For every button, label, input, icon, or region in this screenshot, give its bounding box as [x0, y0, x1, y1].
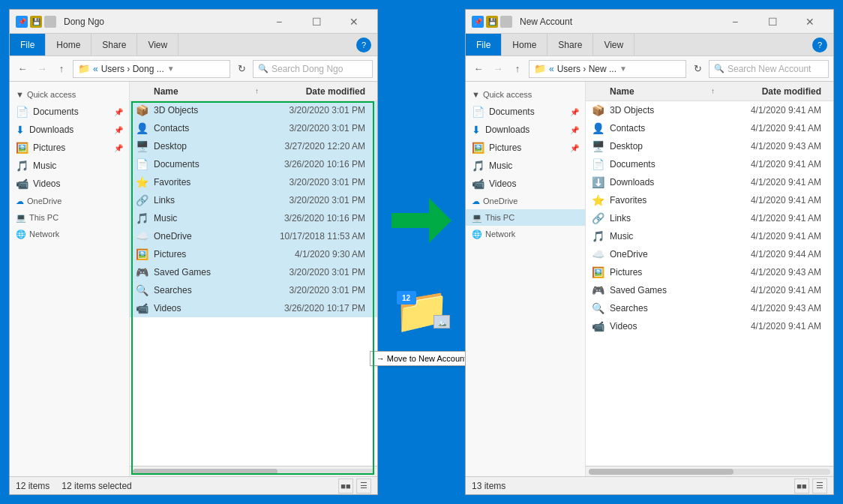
right-file-row[interactable]: ⭐Favorites4/1/2020 9:41 AM	[586, 191, 833, 209]
right-file-row[interactable]: 📦3D Objects4/1/2020 9:41 AM	[586, 101, 833, 119]
right-scroll-track[interactable]	[589, 469, 830, 475]
left-forward-button[interactable]: →	[34, 61, 50, 77]
right-sidebar-network[interactable]: 🌐 Network	[466, 226, 585, 242]
left-sidebar-onedrive[interactable]: ☁ OneDrive	[10, 193, 129, 209]
left-file-row[interactable]: ☁️OneDrive10/17/2018 11:53 AM	[130, 227, 377, 245]
left-close-button[interactable]: ✕	[337, 11, 371, 32]
left-up-button[interactable]: ↑	[53, 61, 70, 77]
left-file-row[interactable]: 📹Videos3/26/2020 10:17 PM	[130, 299, 377, 317]
right-sidebar-item-pictures[interactable]: 🖼️ Pictures 📌	[466, 139, 585, 157]
left-sidebar-thispc[interactable]: 💻 This PC	[10, 209, 129, 226]
left-file-row[interactable]: 🎮Saved Games3/20/2020 3:01 PM	[130, 263, 377, 281]
left-refresh-button[interactable]: ↻	[233, 61, 250, 77]
right-file-row[interactable]: 🎵Music4/1/2020 9:41 AM	[586, 227, 833, 245]
right-sidebar-item-videos[interactable]: 📹 Videos	[466, 175, 585, 193]
left-scroll-thumb[interactable]	[133, 469, 278, 475]
left-detail-view-btn[interactable]: ☰	[356, 478, 371, 494]
file-date: 4/1/2020 9:30 AM	[259, 249, 371, 260]
left-list-view-btn[interactable]: ■■	[338, 478, 353, 494]
right-close-button[interactable]: ✕	[793, 11, 827, 32]
right-file-row[interactable]: 🔗Links4/1/2020 9:41 AM	[586, 209, 833, 227]
left-file-row[interactable]: 🎵Music3/26/2020 10:16 PM	[130, 209, 377, 227]
right-sidebar-header-quickaccess[interactable]: ▼ Quick access	[466, 86, 585, 103]
left-scroll-area[interactable]	[130, 466, 377, 476]
right-sidebar-thispc[interactable]: 💻 This PC	[466, 209, 585, 226]
right-file-row[interactable]: 👤Contacts4/1/2020 9:41 AM	[586, 119, 833, 137]
left-search-box[interactable]: 🔍 Search Dong Ngo	[253, 60, 373, 78]
right-minimize-button[interactable]: −	[718, 11, 752, 32]
sidebar-documents-label: Documents	[33, 106, 79, 117]
right-address-field[interactable]: 📁 « Users › New ... ▼	[529, 60, 686, 78]
right-file-row[interactable]: 📄Documents4/1/2020 9:41 AM	[586, 155, 833, 173]
right-file-row[interactable]: 🎮Saved Games4/1/2020 9:41 AM	[586, 281, 833, 299]
right-tab-view[interactable]: View	[593, 34, 634, 56]
file-icon: 📄	[136, 158, 149, 170]
file-date: 3/20/2020 3:01 PM	[259, 123, 371, 134]
right-file-row[interactable]: ☁️OneDrive4/1/2020 9:44 AM	[586, 245, 833, 263]
left-tab-view[interactable]: View	[137, 34, 178, 56]
quick-access-label: Quick access	[27, 90, 76, 99]
sidebar-item-pictures[interactable]: 🖼️ Pictures 📌	[10, 139, 129, 157]
right-help-button[interactable]: ?	[812, 38, 827, 52]
right-scroll-thumb[interactable]	[589, 469, 734, 475]
right-sidebar-item-documents[interactable]: 📄 Documents 📌	[466, 103, 585, 121]
right-scroll-area[interactable]	[586, 466, 833, 476]
left-help-button[interactable]: ?	[356, 38, 371, 52]
file-icon: 🎮	[592, 284, 605, 296]
right-up-button[interactable]: ↑	[509, 61, 526, 77]
right-forward-button[interactable]: →	[490, 61, 506, 77]
left-file-row[interactable]: 👤Contacts3/20/2020 3:01 PM	[130, 119, 377, 137]
right-file-row[interactable]: 🖥️Desktop4/1/2020 9:43 AM	[586, 137, 833, 155]
left-tab-file[interactable]: File	[10, 34, 46, 56]
right-sidebar-onedrive[interactable]: ☁ OneDrive	[466, 193, 585, 209]
file-date: 4/1/2020 9:41 AM	[715, 231, 827, 242]
left-main-area: ▼ Quick access 📄 Documents 📌 ⬇ Downloads…	[10, 82, 377, 476]
file-name: Saved Games	[610, 285, 715, 296]
right-file-row[interactable]: 🖼️Pictures4/1/2020 9:43 AM	[586, 263, 833, 281]
left-file-row[interactable]: 🔗Links3/20/2020 3:01 PM	[130, 191, 377, 209]
right-file-row[interactable]: ⬇️Downloads4/1/2020 9:41 AM	[586, 173, 833, 191]
right-tab-file[interactable]: File	[466, 34, 502, 56]
right-maximize-button[interactable]: ☐	[755, 11, 790, 32]
sidebar-item-music[interactable]: 🎵 Music	[10, 157, 129, 175]
right-file-row[interactable]: 📹Videos4/1/2020 9:41 AM	[586, 317, 833, 335]
left-file-row[interactable]: 📦3D Objects3/20/2020 3:01 PM	[130, 101, 377, 119]
file-name: Downloads	[610, 177, 715, 188]
left-sidebar-network[interactable]: 🌐 Network	[10, 226, 129, 242]
right-tab-home[interactable]: Home	[502, 34, 548, 56]
right-refresh-button[interactable]: ↻	[689, 61, 706, 77]
sidebar-item-downloads[interactable]: ⬇ Downloads 📌	[10, 121, 129, 139]
right-back-button[interactable]: ←	[470, 61, 487, 77]
left-address-field[interactable]: 📁 « Users › Dong ... ▼	[73, 60, 230, 78]
sidebar-item-videos[interactable]: 📹 Videos	[10, 175, 129, 193]
file-name: Videos	[154, 303, 259, 314]
left-file-row[interactable]: ⭐Favorites3/20/2020 3:01 PM	[130, 173, 377, 191]
left-file-row[interactable]: 🔍Searches3/20/2020 3:01 PM	[130, 281, 377, 299]
sidebar-item-documents[interactable]: 📄 Documents 📌	[10, 103, 129, 121]
left-scroll-track[interactable]	[133, 469, 374, 475]
right-file-row[interactable]: 🔍Searches4/1/2020 9:43 AM	[586, 299, 833, 317]
left-file-row[interactable]: 📄Documents3/26/2020 10:16 PM	[130, 155, 377, 173]
right-search-box[interactable]: 🔍 Search New Account	[709, 60, 829, 78]
left-file-row[interactable]: 🖥️Desktop3/27/2020 12:20 AM	[130, 137, 377, 155]
right-tab-share[interactable]: Share	[548, 34, 593, 56]
right-sidebar-item-music[interactable]: 🎵 Music	[466, 157, 585, 175]
left-sidebar-header-quickaccess[interactable]: ▼ Quick access	[10, 86, 129, 103]
left-file-row[interactable]: 🖼️Pictures4/1/2020 9:30 AM	[130, 245, 377, 263]
file-name: Favorites	[154, 177, 259, 188]
left-tab-share[interactable]: Share	[92, 34, 137, 56]
file-name: Music	[610, 231, 715, 242]
right-sidebar-item-downloads[interactable]: ⬇ Downloads 📌	[466, 121, 585, 139]
right-detail-view-btn[interactable]: ☰	[812, 478, 827, 494]
file-date: 4/1/2020 9:41 AM	[715, 195, 827, 206]
file-icon: ⭐	[136, 176, 149, 188]
right-list-view-btn[interactable]: ■■	[794, 478, 809, 494]
pin-icon-pic: 📌	[114, 144, 123, 152]
left-maximize-button[interactable]: ☐	[299, 11, 334, 32]
left-back-button[interactable]: ←	[14, 61, 31, 77]
left-tab-home[interactable]: Home	[46, 34, 92, 56]
left-title-icon-3	[44, 16, 56, 28]
left-minimize-button[interactable]: −	[262, 11, 296, 32]
right-item-count: 13 items	[472, 481, 506, 491]
right-network-icon: 🌐	[472, 230, 482, 239]
